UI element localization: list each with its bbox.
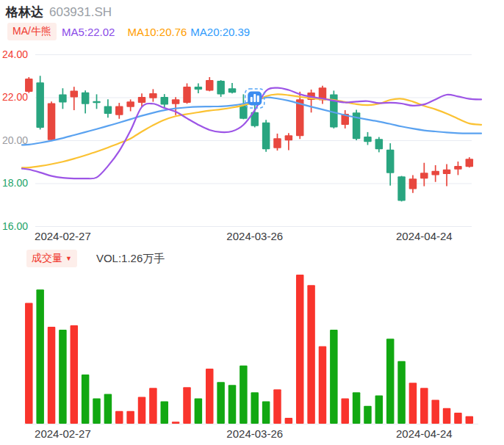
volume-bar <box>71 325 79 424</box>
volume-bar <box>149 388 157 424</box>
date-axis-label: 2024-02-27 <box>35 230 91 242</box>
volume-bar <box>375 395 384 424</box>
candle-body <box>431 171 439 176</box>
price-axis-label: 24.00 <box>2 48 36 60</box>
candle-body <box>82 93 90 104</box>
date-axis-label: 2024-03-26 <box>226 427 283 440</box>
volume-value: VOL:1.26万手 <box>96 252 165 266</box>
volume-bar <box>285 418 293 424</box>
candle-body <box>285 135 293 140</box>
volume-bar <box>126 411 134 424</box>
bull-signal-icon[interactable] <box>245 89 264 108</box>
volume-bar <box>386 339 395 424</box>
volume-indicator-badge-label: 成交量 <box>32 252 62 265</box>
volume-bar <box>251 392 259 424</box>
candle-body <box>25 79 33 92</box>
stock-chart-page: 格林达 603931.SH MA/牛熊 MA5:22.02 MA10:20.76… <box>0 0 504 445</box>
volume-bar <box>93 398 101 424</box>
price-axis-label: 16.00 <box>2 220 36 232</box>
candle-body <box>397 176 406 200</box>
volume-bar <box>36 289 44 424</box>
candle-body <box>104 106 112 114</box>
candle-body <box>195 87 203 90</box>
candle-body <box>183 87 191 103</box>
candle-body <box>126 101 134 106</box>
volume-bar <box>330 330 338 424</box>
volume-bar <box>420 388 428 424</box>
volume-bar <box>217 382 225 424</box>
candle-body <box>262 123 270 150</box>
volume-bar <box>409 383 417 424</box>
price-axis-label: 22.00 <box>2 91 36 103</box>
date-axis-label: 2024-03-26 <box>226 230 283 242</box>
candle-body <box>59 94 67 102</box>
candle-body <box>273 138 281 148</box>
candle-body <box>375 139 384 149</box>
volume-bar <box>195 398 203 424</box>
candle-body <box>228 88 237 93</box>
volume-bar <box>296 275 304 424</box>
candle-body <box>138 97 146 103</box>
volume-bar <box>104 394 112 424</box>
volume-bar <box>172 422 180 424</box>
candle-body <box>36 82 44 128</box>
candle-body <box>409 178 417 189</box>
price-axis-label: 18.00 <box>2 177 36 189</box>
volume-bar <box>59 330 67 424</box>
candlestick-volume-chart[interactable] <box>0 0 504 445</box>
candle-body <box>48 103 56 140</box>
volume-indicator-badge[interactable]: 成交量 ▼ <box>26 250 77 267</box>
volume-bar <box>206 369 214 424</box>
volume-bar <box>454 413 462 424</box>
volume-bar <box>115 411 123 424</box>
volume-bar <box>240 366 248 424</box>
candle-body <box>149 93 157 98</box>
candle-body <box>172 99 180 104</box>
volume-bar <box>48 327 56 424</box>
volume-bar <box>228 385 237 424</box>
candle-body <box>115 106 123 115</box>
candle-body <box>443 170 451 174</box>
volume-bar <box>341 398 349 424</box>
candle-body <box>364 137 372 142</box>
volume-bar <box>364 406 372 424</box>
volume-bar <box>25 303 33 424</box>
volume-bar <box>273 389 281 424</box>
volume-bar <box>353 392 361 424</box>
volume-bar <box>307 285 315 424</box>
candle-body <box>386 150 395 173</box>
volume-bar <box>82 375 90 424</box>
candle-body <box>93 101 101 104</box>
candle-body <box>466 159 474 167</box>
volume-bar <box>466 416 474 424</box>
candle-body <box>206 80 214 90</box>
volume-bar <box>443 408 451 424</box>
volume-bar <box>397 361 406 424</box>
volume-bar <box>262 402 270 424</box>
volume-bars-group <box>25 275 473 424</box>
price-axis-label: 20.00 <box>2 134 36 146</box>
candle-body <box>454 166 462 170</box>
date-axis-label: 2024-04-24 <box>396 427 453 440</box>
date-axis-label: 2024-02-27 <box>35 427 91 440</box>
chevron-down-icon: ▼ <box>65 255 72 262</box>
volume-header: 成交量 ▼ VOL:1.26万手 <box>26 250 165 267</box>
candle-body <box>71 90 79 97</box>
candle-body <box>420 173 428 178</box>
volume-bar <box>138 397 146 424</box>
date-axis-label: 2024-04-24 <box>396 230 453 242</box>
volume-bar <box>161 402 169 424</box>
candle-body <box>161 97 169 105</box>
volume-bar <box>431 400 439 424</box>
volume-bar <box>319 346 327 424</box>
candle-body <box>217 81 225 94</box>
volume-bar <box>183 387 191 424</box>
